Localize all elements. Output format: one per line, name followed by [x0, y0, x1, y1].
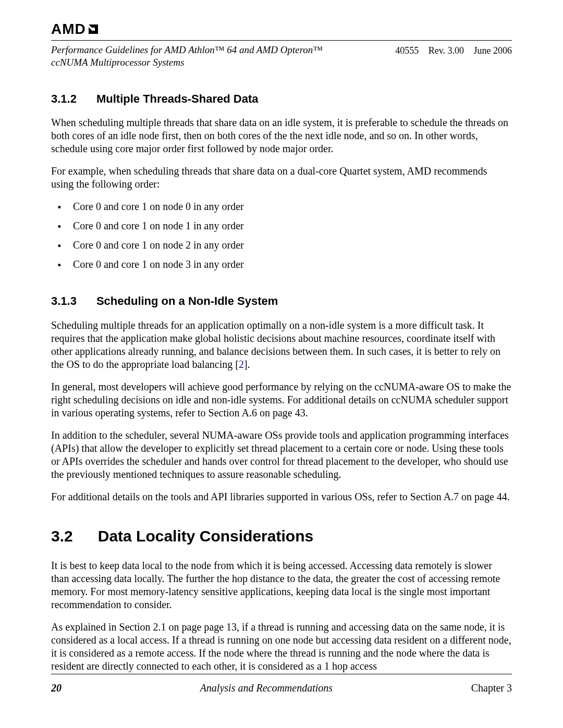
header-rule — [51, 40, 512, 41]
body-text: For example, when scheduling threads tha… — [51, 165, 512, 191]
list-item: Core 0 and core 1 on node 0 in any order — [57, 200, 512, 213]
amd-logo: AMD — [51, 20, 512, 38]
body-text: In addition to the scheduler, several NU… — [51, 429, 512, 481]
heading-title: Multiple Threads-Shared Data — [96, 92, 259, 106]
footer-chapter: Chapter 3 — [471, 682, 512, 695]
body-text: When scheduling multiple threads that sh… — [51, 116, 512, 155]
heading-num: 3.1.2 — [51, 92, 77, 106]
heading-title: Scheduling on a Non-Idle System — [96, 294, 278, 309]
page-footer: 20 Analysis and Recommendations Chapter … — [51, 674, 512, 695]
list-item: Core 0 and core 1 on node 1 in any order — [57, 219, 512, 232]
doc-meta: 40555 Rev. 3.00 June 2006 — [388, 44, 512, 57]
heading-num: 3.2 — [51, 526, 73, 546]
doc-id: 40555 — [395, 45, 419, 56]
citation-link[interactable]: 2 — [239, 359, 244, 370]
amd-arrow-icon — [87, 23, 100, 35]
heading-3-1-2: 3.1.2 Multiple Threads-Shared Data — [51, 92, 512, 106]
doc-title: Performance Guidelines for AMD Athlon™ 6… — [51, 44, 323, 69]
body-text: Scheduling multiple threads for an appli… — [51, 319, 512, 371]
body-text: As explained in Section 2.1 on page page… — [51, 621, 512, 673]
doc-date: June 2006 — [474, 45, 512, 56]
heading-title: Data Locality Considerations — [98, 526, 313, 546]
heading-3-1-3: 3.1.3 Scheduling on a Non-Idle System — [51, 294, 512, 309]
body-text: It is best to keep data local to the nod… — [51, 559, 512, 611]
page-header: Performance Guidelines for AMD Athlon™ 6… — [51, 44, 512, 69]
page-number: 20 — [51, 682, 62, 695]
bullet-list: Core 0 and core 1 on node 0 in any order… — [51, 200, 512, 271]
list-item: Core 0 and core 1 on node 2 in any order — [57, 239, 512, 252]
heading-3-2: 3.2 Data Locality Considerations — [51, 526, 512, 546]
body-text: For additional details on the tools and … — [51, 490, 512, 503]
body-text: In general, most developers will achieve… — [51, 380, 512, 419]
amd-logo-text: AMD — [51, 20, 86, 38]
doc-rev: Rev. 3.00 — [429, 45, 464, 56]
heading-num: 3.1.3 — [51, 294, 77, 309]
footer-chapter-title: Analysis and Recommendations — [200, 682, 333, 695]
footer-rule — [51, 674, 512, 674]
list-item: Core 0 and core 1 on node 3 in any order — [57, 258, 512, 271]
